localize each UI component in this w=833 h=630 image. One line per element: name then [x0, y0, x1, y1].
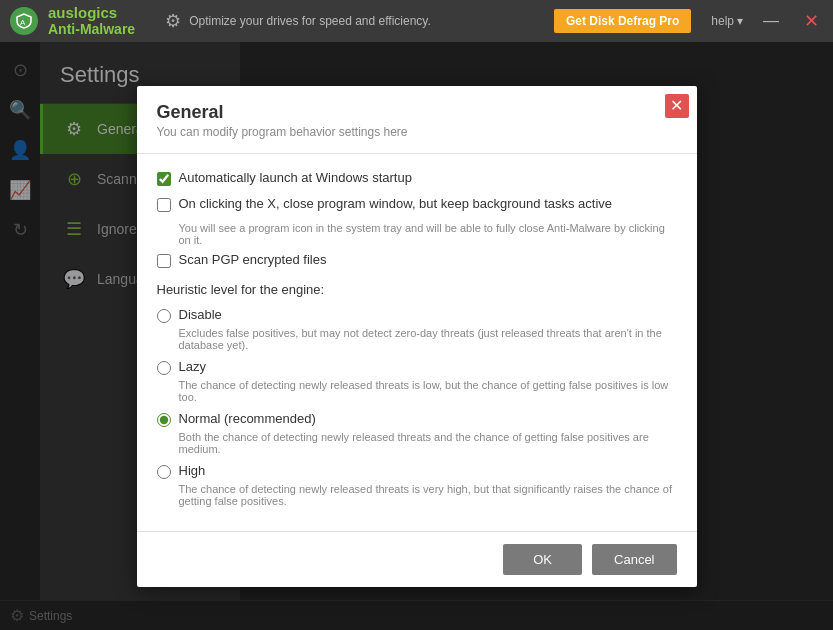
- dialog-header: General You can modify program behavior …: [137, 86, 697, 154]
- app-title: auslogics Anti-Malware: [48, 5, 135, 37]
- radio-high-desc: The chance of detecting newly released t…: [179, 483, 677, 507]
- radio-normal-label: Normal (recommended): [179, 411, 316, 426]
- app-logo: A: [10, 7, 38, 35]
- radio-disable[interactable]: [157, 309, 171, 323]
- ok-button[interactable]: OK: [503, 544, 582, 575]
- promo-button[interactable]: Get Disk Defrag Pro: [554, 9, 691, 33]
- auto-launch-checkbox[interactable]: [157, 172, 171, 186]
- radio-normal-desc: Both the chance of detecting newly relea…: [179, 431, 677, 455]
- close-x-desc: You will see a program icon in the syste…: [179, 222, 677, 246]
- svg-text:A: A: [20, 18, 26, 27]
- optimize-bar: ⚙ Optimize your drives for speed and eff…: [165, 10, 431, 32]
- settings-dialog: General You can modify program behavior …: [137, 86, 697, 587]
- heuristic-section: Heuristic level for the engine: Disable …: [157, 282, 677, 507]
- top-bar: A auslogics Anti-Malware ⚙ Optimize your…: [0, 0, 833, 42]
- dialog-subtitle: You can modify program behavior settings…: [157, 125, 408, 139]
- radio-high-label: High: [179, 463, 206, 478]
- checkbox-row-auto-launch: Automatically launch at Windows startup: [157, 170, 677, 186]
- radio-row-high: High: [157, 463, 677, 479]
- radio-disable-desc: Excludes false positives, but may not de…: [179, 327, 677, 351]
- optimize-text: Optimize your drives for speed and effic…: [189, 14, 431, 28]
- pgp-label: Scan PGP encrypted files: [179, 252, 327, 267]
- radio-row-lazy: Lazy: [157, 359, 677, 375]
- optimize-icon: ⚙: [165, 10, 181, 32]
- close-x-label: On clicking the X, close program window,…: [179, 196, 613, 211]
- heuristic-label: Heuristic level for the engine:: [157, 282, 677, 297]
- dialog-footer: OK Cancel: [137, 532, 697, 587]
- radio-disable-label: Disable: [179, 307, 222, 322]
- radio-normal[interactable]: [157, 413, 171, 427]
- dialog-body: Automatically launch at Windows startup …: [137, 154, 697, 531]
- checkbox-row-pgp: Scan PGP encrypted files: [157, 252, 677, 268]
- chevron-down-icon: ▾: [737, 14, 743, 28]
- dialog-title-block: General You can modify program behavior …: [157, 102, 408, 149]
- dialog-close-button[interactable]: ✕: [665, 94, 689, 118]
- dialog-title: General: [157, 102, 408, 123]
- radio-high[interactable]: [157, 465, 171, 479]
- checkbox-row-close-x: On clicking the X, close program window,…: [157, 196, 677, 212]
- radio-row-normal: Normal (recommended): [157, 411, 677, 427]
- pgp-checkbox[interactable]: [157, 254, 171, 268]
- window-close-button[interactable]: ✕: [799, 10, 823, 32]
- help-button[interactable]: help ▾: [711, 14, 743, 28]
- auto-launch-label: Automatically launch at Windows startup: [179, 170, 412, 185]
- minimize-button[interactable]: —: [759, 12, 783, 30]
- cancel-button[interactable]: Cancel: [592, 544, 676, 575]
- modal-overlay: General You can modify program behavior …: [0, 42, 833, 630]
- radio-row-disable: Disable: [157, 307, 677, 323]
- radio-lazy-label: Lazy: [179, 359, 206, 374]
- close-x-checkbox[interactable]: [157, 198, 171, 212]
- radio-lazy-desc: The chance of detecting newly released t…: [179, 379, 677, 403]
- radio-lazy[interactable]: [157, 361, 171, 375]
